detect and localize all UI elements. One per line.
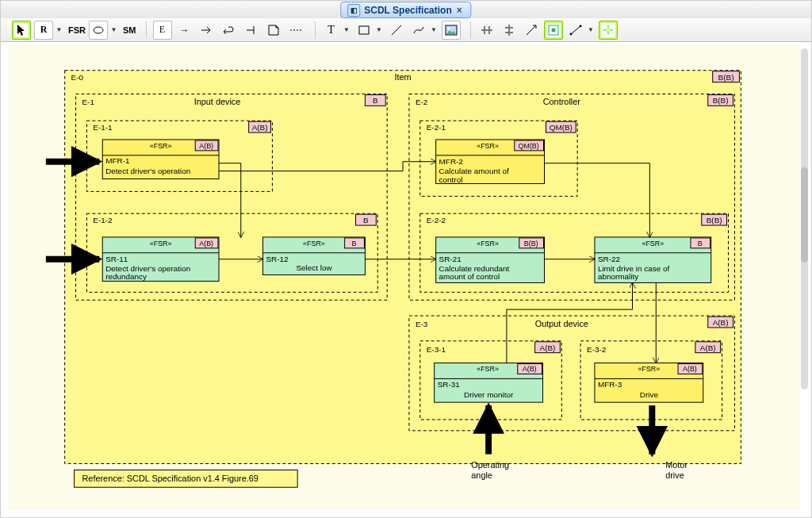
svg-text:A(B): A(B) — [523, 365, 537, 373]
container-e31-id: E-3-1 — [427, 345, 446, 354]
svg-text:«FSR»: «FSR» — [303, 240, 325, 247]
element-tool[interactable]: E — [153, 21, 172, 40]
container-e1-id: E-1 — [82, 98, 94, 106]
block-sr31[interactable]: A(B) «FSR» SR-31 Driver monitor — [435, 363, 543, 403]
svg-text:A(B): A(B) — [252, 123, 268, 132]
reference-note: Reference: SCDL Specification v1.4 Figur… — [75, 470, 298, 487]
arrow-tool[interactable]: → — [175, 21, 194, 40]
container-e3-badge: A(B) — [708, 317, 733, 328]
dropdown-icon[interactable]: ▼ — [343, 26, 351, 33]
container-e1-title: Input device — [194, 97, 241, 106]
svg-text:A(B): A(B) — [713, 318, 729, 327]
layout-toggle[interactable] — [599, 21, 618, 40]
label-motor-drive-1: Motor — [665, 460, 688, 470]
fsr-label: FSR — [68, 25, 86, 35]
svg-text:A(B): A(B) — [540, 343, 556, 352]
svg-text:«FSR»: «FSR» — [477, 142, 499, 150]
diagram-canvas[interactable]: E-0 Item B(B) E-1 Input device B E-1-1 A… — [9, 45, 800, 509]
container-e0-id: E-0 — [71, 73, 84, 82]
snap-tool[interactable] — [522, 21, 541, 40]
svg-text:A(B): A(B) — [683, 365, 697, 373]
dropdown-icon[interactable]: ▼ — [55, 26, 63, 33]
container-e21-badge: QM(B) — [546, 121, 576, 132]
svg-line-2 — [392, 25, 401, 35]
dropdown-icon[interactable]: ▼ — [430, 26, 439, 33]
svg-text:«FSR»: «FSR» — [150, 142, 172, 150]
svg-text:QM(B): QM(B) — [550, 123, 573, 132]
sm-label: SM — [123, 25, 136, 35]
svg-text:B: B — [698, 240, 703, 247]
tab-bar: ◧ SCDL Specification × — [1, 1, 811, 19]
app-frame: ◧ SCDL Specification × R ▼ FSR ▼ SM E → — [0, 0, 812, 518]
container-e12-id: E-1-2 — [93, 216, 113, 224]
toolbar: R ▼ FSR ▼ SM E → T ▼ ▼ — [1, 18, 811, 42]
container-e0-badge: B(B) — [713, 71, 740, 82]
state-tool[interactable] — [89, 21, 108, 40]
svg-text:QM(B): QM(B) — [519, 142, 539, 150]
svg-text:Driver monitor: Driver monitor — [464, 390, 514, 399]
svg-text:amount of control: amount of control — [439, 272, 500, 281]
block-sr12[interactable]: B «FSR» SR-12 Select low — [263, 237, 366, 275]
svg-text:B(B): B(B) — [718, 73, 734, 82]
container-e22-id: E-2-2 — [427, 216, 446, 224]
container-e3-title: Output device — [535, 319, 588, 328]
grid-toggle[interactable] — [544, 21, 563, 40]
container-e31-badge: A(B) — [535, 342, 561, 353]
container-e21-id: E-2-1 — [427, 123, 446, 132]
image-tool[interactable] — [442, 21, 461, 40]
toolbar-separator — [470, 21, 471, 39]
svg-text:«FSR»: «FSR» — [477, 365, 499, 373]
note-tool[interactable] — [264, 21, 283, 40]
svg-text:A(B): A(B) — [199, 240, 213, 247]
container-e11-id: E-1-1 — [93, 123, 113, 132]
svg-text:B: B — [352, 240, 357, 247]
block-sr22[interactable]: B «FSR» SR-22 Limit drive in case of abn… — [595, 237, 711, 283]
label-motor-drive-2: drive — [665, 470, 684, 480]
container-e0-title: Item — [394, 72, 411, 82]
container-e32-id: E-3-2 — [587, 345, 607, 354]
block-mfr2[interactable]: QM(B) «FSR» MFR-2 Calculate amount of co… — [436, 140, 545, 184]
svg-text:SR-31: SR-31 — [438, 380, 461, 389]
block-sr21[interactable]: B(B) «FSR» SR-21 Calculate redundant amo… — [436, 237, 545, 283]
svg-point-6 — [551, 28, 555, 32]
svg-text:SR-12: SR-12 — [266, 255, 289, 263]
dotted-line-tool[interactable] — [286, 21, 305, 40]
svg-text:Drive: Drive — [640, 390, 659, 399]
block-sr11[interactable]: A(B) «FSR» SR-11 Detect driver's operati… — [102, 237, 219, 282]
label-operating-angle-1: Operating — [471, 460, 509, 470]
requirement-tool[interactable]: R — [34, 21, 53, 40]
container-e2-badge: B(B) — [708, 94, 733, 106]
svg-text:Calculate redundant: Calculate redundant — [439, 264, 510, 273]
container-e3-id: E-3 — [416, 320, 428, 328]
rect-tool[interactable] — [354, 21, 373, 40]
dropdown-icon[interactable]: ▼ — [587, 26, 596, 33]
dropdown-icon[interactable]: ▼ — [375, 26, 384, 33]
curve-tool[interactable] — [409, 21, 428, 40]
diagram-icon: ◧ — [347, 4, 360, 17]
scrollbar[interactable] — [801, 48, 808, 389]
block-mfr3[interactable]: A(B) «FSR» MFR-3 Drive — [595, 363, 703, 403]
close-icon[interactable]: × — [457, 5, 466, 14]
align-h-tool[interactable] — [477, 21, 496, 40]
bar-left-tool[interactable] — [242, 21, 261, 40]
text-tool[interactable]: T — [322, 21, 341, 40]
svg-point-0 — [94, 27, 103, 33]
connector-style-tool[interactable] — [566, 21, 585, 40]
return-arrow-tool[interactable] — [220, 21, 239, 40]
svg-text:SR-22: SR-22 — [598, 255, 621, 263]
tab-title: SCDL Specification — [364, 5, 451, 16]
container-e12-badge: B — [356, 214, 377, 225]
svg-text:MFR-1: MFR-1 — [105, 156, 130, 165]
block-mfr1[interactable]: A(B) «FSR» MFR-1 Detect driver's operati… — [102, 140, 219, 179]
align-v-tool[interactable] — [500, 21, 519, 40]
toolbar-separator — [315, 21, 316, 39]
open-arrow-tool[interactable] — [197, 21, 216, 40]
dropdown-icon[interactable]: ▼ — [109, 26, 118, 33]
pointer-tool[interactable] — [12, 21, 31, 40]
svg-rect-9 — [606, 28, 611, 33]
container-e32-badge: A(B) — [695, 342, 721, 353]
line-tool[interactable] — [387, 21, 406, 40]
tab-scdl-spec[interactable]: ◧ SCDL Specification × — [340, 2, 471, 18]
container-e2-title: Controller — [543, 97, 581, 106]
scroll-thumb[interactable] — [801, 167, 808, 263]
